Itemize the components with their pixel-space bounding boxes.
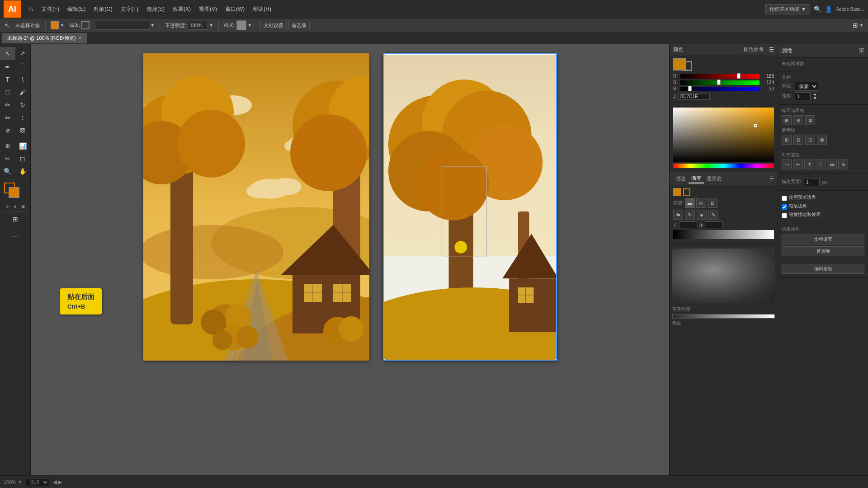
grid-icon-btn[interactable]: ⊟ xyxy=(793,115,803,125)
color-gradient-field[interactable] xyxy=(673,108,774,162)
menu-type[interactable]: 文字(T) xyxy=(117,4,142,15)
rectangle-tool[interactable]: □ xyxy=(0,86,15,99)
ruler-icon-btn[interactable]: ⊞ xyxy=(782,115,792,125)
align-center-v-btn[interactable]: ⋈ xyxy=(827,160,837,169)
b-slider-thumb[interactable] xyxy=(688,86,692,91)
stroke-color-box[interactable] xyxy=(81,21,90,29)
color-panel-header[interactable]: 颜色 颜色参考 ☰ xyxy=(670,44,778,55)
gradient-stroke-swatch[interactable] xyxy=(683,188,690,196)
opacity-input[interactable] xyxy=(188,21,208,30)
panel-options-icon[interactable]: ☰ xyxy=(769,176,774,182)
menu-view[interactable]: 视图(V) xyxy=(195,4,221,15)
type-tool[interactable]: T xyxy=(0,73,15,86)
artboard-tool[interactable]: ⊞ xyxy=(4,213,27,225)
guide-add-icon[interactable]: ⊞ xyxy=(782,135,792,145)
direct-selection-tool[interactable]: ↗ xyxy=(15,47,31,60)
home-button[interactable]: ⌂ xyxy=(24,2,38,16)
gradient-opacity-input[interactable] xyxy=(705,221,723,228)
hue-bar[interactable] xyxy=(673,164,774,168)
align-right-btn[interactable]: ⊤ xyxy=(804,160,814,169)
width-tool[interactable]: ↕ xyxy=(15,111,31,124)
active-tab[interactable]: 未标题-2* @ 100% (RGB/预览) × xyxy=(2,33,87,43)
gradient-tab[interactable]: 渐变 xyxy=(689,174,704,183)
rotate-tool[interactable]: ↻ xyxy=(15,99,31,111)
color-mode-gradient[interactable]: ▣ xyxy=(20,203,27,210)
more-tools[interactable]: ··· xyxy=(9,230,22,243)
fill-color-box[interactable] xyxy=(51,21,59,29)
color-mode-none[interactable]: ⊘ xyxy=(4,203,10,210)
fill-indicator[interactable] xyxy=(673,58,686,70)
freeform-gradient-btn[interactable]: ⊡ xyxy=(708,198,717,208)
b-slider-track[interactable] xyxy=(680,87,760,91)
doc-setup-props-btn[interactable]: 文档设置 xyxy=(782,235,864,244)
r-slider-thumb[interactable] xyxy=(737,73,741,79)
opacity-arrow[interactable]: ▼ xyxy=(209,23,213,28)
menu-edit[interactable]: 编辑(E) xyxy=(64,4,89,15)
align-center-h-btn[interactable]: ⊢ xyxy=(793,160,803,169)
artboard-select[interactable]: 选择 xyxy=(26,478,49,486)
prev-artboard-btn[interactable]: ◀ xyxy=(53,479,57,485)
line-tool[interactable]: \ xyxy=(15,73,31,86)
canvas-area[interactable]: 贴在后面 Ctrl+B xyxy=(31,44,669,488)
hand-tool[interactable]: ✋ xyxy=(15,165,31,178)
stroke-tab[interactable]: 描边 xyxy=(673,174,689,183)
zoom-arrow[interactable]: ▼ xyxy=(18,480,22,484)
linear-gradient-btn[interactable]: ▬ xyxy=(685,198,695,208)
gradient-preview-bar[interactable] xyxy=(673,230,774,239)
preview-bounds-checkbox[interactable] xyxy=(782,196,787,201)
gradient-reverse-btn[interactable]: ⇆ xyxy=(673,210,683,220)
paintbrush-tool[interactable]: 🖌 xyxy=(15,86,31,99)
arrange-arrow[interactable]: ▼ xyxy=(859,23,863,28)
snap-icon-btn[interactable]: ⊠ xyxy=(805,115,815,125)
menu-file[interactable]: 文件(F) xyxy=(38,4,63,15)
guide-lock-icon[interactable]: ⊟ xyxy=(793,135,803,145)
prefs-props-btn[interactable]: 首选项 xyxy=(782,246,864,256)
align-left-btn[interactable]: ⊣ xyxy=(782,160,792,169)
fill-color-indicator[interactable] xyxy=(9,187,19,198)
chevron-down-icon[interactable]: ▼ xyxy=(60,23,64,28)
next-artboard-btn[interactable]: ▶ xyxy=(58,479,62,485)
user-icon[interactable]: 👤 xyxy=(825,6,832,13)
warp-tool[interactable]: ⌀ xyxy=(0,124,15,136)
unit-select[interactable]: 像素 xyxy=(795,82,818,91)
free-transform-tool[interactable]: ⊠ xyxy=(15,124,31,136)
style-arrow[interactable]: ▼ xyxy=(248,23,252,28)
scale-corners-checkbox[interactable] xyxy=(782,204,787,210)
align-bottom-btn[interactable]: ⊕ xyxy=(838,160,848,169)
r-slider-track[interactable] xyxy=(680,74,760,79)
g-slider-thumb[interactable] xyxy=(717,80,721,85)
guide-hide-icon[interactable]: ⊡ xyxy=(805,135,815,145)
guide-delete-icon[interactable]: ⊠ xyxy=(817,135,827,145)
eraser-tool[interactable]: ◻ xyxy=(15,152,31,165)
artboard-right[interactable] xyxy=(383,53,557,361)
search-icon[interactable]: 🔍 xyxy=(814,5,821,13)
mirror-tool[interactable]: ⇔ xyxy=(0,111,15,124)
doc-setup-button[interactable]: 文档设置 xyxy=(260,21,287,30)
tab-close-button[interactable]: × xyxy=(79,36,81,41)
hex-input[interactable] xyxy=(678,93,710,100)
chart-tool[interactable]: 📊 xyxy=(15,140,31,152)
gradient-highlight-btn[interactable]: ◈ xyxy=(697,210,707,220)
radial-gradient-btn[interactable]: ◎ xyxy=(696,198,706,208)
pencil-tool[interactable]: ✏ xyxy=(0,99,15,111)
gradient-edit-btn[interactable]: ✎ xyxy=(708,210,718,220)
workspace-selector[interactable]: 传统基本功能 ▼ xyxy=(765,4,810,14)
zoom-tool[interactable]: 🔍 xyxy=(0,165,15,178)
panel-menu-icon[interactable]: ☰ xyxy=(769,47,774,53)
arrange-icon[interactable]: ⊞ xyxy=(853,22,858,29)
preferences-button[interactable]: 首选项 xyxy=(288,21,310,30)
curvature-tool[interactable]: ⌒ xyxy=(15,61,31,73)
scale-down-arrow[interactable]: ▼ xyxy=(813,96,817,100)
menu-window[interactable]: 窗口(W) xyxy=(222,4,248,15)
gradient-angle-btn[interactable]: ↻ xyxy=(685,210,695,220)
artboard-left[interactable] xyxy=(143,53,369,361)
color-picker-gradient[interactable] xyxy=(673,108,774,162)
menu-help[interactable]: 帮助(H) xyxy=(249,4,275,15)
menu-effect[interactable]: 效果(X) xyxy=(169,4,194,15)
g-slider-track[interactable] xyxy=(680,80,760,85)
selection-tool[interactable]: ↖ xyxy=(0,47,15,60)
pen-tool[interactable]: ✒ xyxy=(0,61,15,73)
style-preview[interactable] xyxy=(236,20,246,30)
transparency-tab[interactable]: 透明度 xyxy=(704,174,724,183)
stroke-arrow[interactable]: ▼ xyxy=(151,23,155,28)
